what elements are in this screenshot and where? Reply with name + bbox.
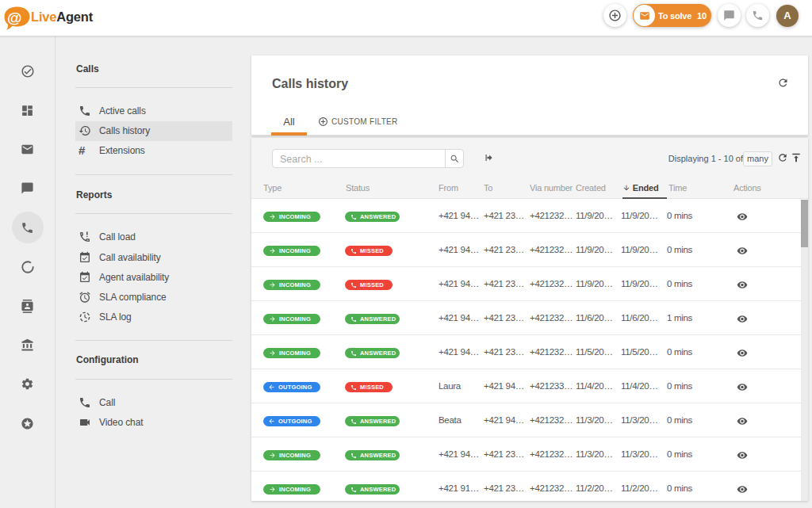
svg-text:@: @	[7, 10, 22, 26]
